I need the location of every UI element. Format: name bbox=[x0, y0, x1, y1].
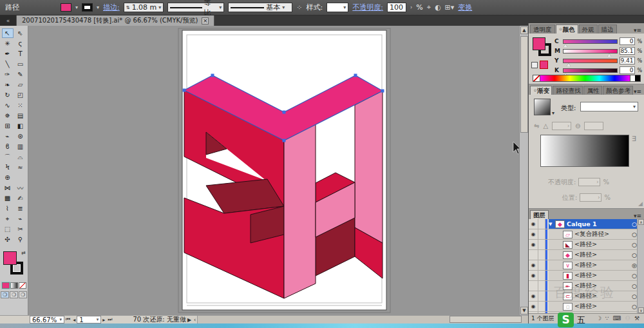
chevron-down-icon[interactable]: ▾ bbox=[97, 317, 99, 322]
horizontal-scroll-thumb[interactable] bbox=[450, 316, 522, 323]
color-mode-button[interactable] bbox=[2, 282, 10, 289]
layer-row-0[interactable]: ◉▼◆Calque 1○ bbox=[529, 219, 644, 229]
visibility-eye-icon[interactable]: ◉ bbox=[529, 219, 538, 229]
tool-7-b[interactable]: ⁙ bbox=[15, 101, 26, 110]
tab-layers[interactable]: 图层 bbox=[530, 210, 549, 219]
layer-thumbnail[interactable]: ◆ bbox=[555, 220, 565, 228]
panel-menu-icon[interactable]: ▾≡ bbox=[634, 27, 643, 34]
layer-name[interactable]: <路径> bbox=[574, 282, 630, 290]
tool-2-b[interactable]: T bbox=[15, 49, 26, 59]
panel-menu-icon[interactable]: ▾≡ bbox=[634, 88, 643, 95]
tool-14-a[interactable]: ⊕ bbox=[2, 173, 14, 182]
rainbow-spectrum[interactable] bbox=[540, 75, 630, 81]
visibility-eye-icon[interactable]: ◉ bbox=[529, 302, 538, 311]
layer-name[interactable]: <路径> bbox=[574, 302, 630, 311]
angle-input[interactable]: › bbox=[552, 122, 571, 130]
artboard-select[interactable]: 1 ▾ bbox=[77, 316, 101, 323]
zoom-select[interactable]: 66.67% ▾ bbox=[30, 316, 64, 323]
style-select[interactable]: ▾ bbox=[327, 3, 348, 12]
layer-row-8[interactable]: ◉▫<路径>○ bbox=[529, 302, 644, 312]
draw-behind-button[interactable]: ❍ bbox=[10, 291, 18, 298]
style-grid-icon[interactable]: ⁘ bbox=[296, 3, 302, 12]
vertical-scroll-thumb[interactable] bbox=[520, 36, 528, 133]
tool-13-b[interactable]: ≈ bbox=[15, 162, 26, 172]
first-artboard-icon[interactable]: ⏮ bbox=[64, 316, 71, 323]
tab-描边[interactable]: 描边 bbox=[598, 24, 617, 34]
opacity-input[interactable]: 100 bbox=[387, 3, 406, 12]
chevron-down-icon[interactable]: ▾ bbox=[59, 317, 62, 322]
tool-16-a[interactable]: ▩ bbox=[2, 193, 14, 203]
fill-indicator[interactable] bbox=[3, 251, 17, 265]
tool-19-a[interactable]: ⬚ bbox=[2, 224, 14, 234]
brush-select[interactable]: 基本 ▾ bbox=[228, 3, 292, 12]
layer-thumbnail[interactable]: ▫ bbox=[563, 303, 573, 311]
visibility-eye-icon[interactable]: ◉ bbox=[529, 271, 538, 280]
tool-13-a[interactable]: Ϟ bbox=[2, 162, 14, 172]
tool-1-b[interactable]: ς bbox=[15, 39, 26, 48]
layer-thumbnail[interactable]: ◣ bbox=[563, 241, 573, 249]
vertical-scrollbar[interactable]: ▲ ▼ bbox=[519, 26, 528, 315]
layer-thumbnail[interactable]: ▮ bbox=[563, 272, 573, 280]
chevron-down-icon[interactable]: ▾ bbox=[219, 5, 222, 10]
tool-17-b[interactable]: ≣ bbox=[15, 204, 26, 213]
layer-name[interactable]: Calque 1 bbox=[567, 220, 630, 227]
lock-toggle[interactable] bbox=[538, 271, 545, 280]
canvas-area[interactable] bbox=[28, 26, 519, 315]
tool-4-a[interactable]: ✑ bbox=[2, 70, 14, 79]
layer-name[interactable]: <路径> bbox=[574, 292, 630, 300]
layer-thumbnail[interactable]: ◆ bbox=[563, 251, 573, 259]
letterA-center-column[interactable] bbox=[284, 124, 316, 298]
scroll-down-icon[interactable]: ∨ bbox=[638, 307, 644, 313]
spinner-icon[interactable]: › bbox=[410, 5, 412, 10]
layer-row-4[interactable]: ◉∨<路径>◎ bbox=[529, 260, 644, 271]
tool-11-b[interactable]: ▥ bbox=[15, 142, 26, 151]
panel-menu-icon[interactable]: ▾≡ bbox=[634, 213, 643, 219]
gradient-slider-preview[interactable] bbox=[540, 135, 629, 167]
tool-12-a[interactable]: ⌒ bbox=[2, 152, 14, 162]
layer-row-2[interactable]: ◉◣<路径>○ bbox=[529, 240, 644, 250]
stroke-link[interactable]: 描边: bbox=[103, 3, 120, 12]
document-tab[interactable]: 20071020175430478 [转换].ai* @ 66.67% (CMY… bbox=[17, 15, 214, 26]
tool-5-a[interactable]: ❧ bbox=[2, 80, 14, 90]
black-swatch[interactable] bbox=[635, 75, 640, 81]
tool-9-b[interactable]: ◧ bbox=[15, 121, 26, 131]
gamut-warning-icon[interactable] bbox=[531, 62, 538, 68]
close-icon[interactable]: × bbox=[202, 17, 209, 24]
tab-路径查找[interactable]: 路径查找 bbox=[553, 86, 583, 95]
isolate-pointer-icon[interactable]: ⌖ bbox=[427, 3, 431, 12]
tool-10-a[interactable]: ⌁ bbox=[2, 131, 14, 141]
aspect-input[interactable] bbox=[584, 122, 603, 130]
last-artboard-icon[interactable]: ⏭ bbox=[106, 316, 113, 323]
lock-toggle[interactable] bbox=[538, 260, 545, 270]
tab-透明度[interactable]: 透明度 bbox=[530, 24, 555, 34]
letterA-right-column[interactable] bbox=[355, 91, 383, 243]
tool-0-a[interactable]: ↖ bbox=[2, 28, 14, 38]
layer-name[interactable]: <路径> bbox=[574, 271, 630, 280]
lock-toggle[interactable] bbox=[538, 229, 545, 239]
tool-20-b[interactable]: ⚲ bbox=[15, 235, 26, 244]
color-spectrum-bar[interactable] bbox=[533, 75, 641, 82]
tool-7-a[interactable]: ∿ bbox=[2, 101, 14, 110]
lock-toggle[interactable] bbox=[538, 291, 545, 301]
layer-thumbnail[interactable]: ⊂ bbox=[563, 293, 573, 300]
fill-color-swatch[interactable] bbox=[61, 3, 71, 12]
tool-19-b[interactable]: ✂ bbox=[15, 224, 26, 234]
dock-collapse-icon[interactable]: « bbox=[0, 15, 17, 26]
tool-1-a[interactable]: ✳ bbox=[2, 39, 14, 48]
tool-8-a[interactable]: ✵ bbox=[2, 111, 14, 121]
channel-value[interactable]: 9.41 bbox=[620, 57, 635, 64]
tool-17-a[interactable]: ⌇ bbox=[2, 204, 14, 213]
tool-20-a[interactable]: ✣ bbox=[2, 235, 14, 244]
visibility-eye-icon[interactable] bbox=[529, 281, 538, 291]
channel-value[interactable]: 0 bbox=[620, 66, 635, 74]
channel-slider[interactable] bbox=[563, 68, 618, 73]
layer-thumbnail[interactable]: ↞ bbox=[563, 282, 573, 290]
draw-normal-button[interactable]: ❍ bbox=[1, 291, 9, 298]
globe-icon[interactable]: ◐ bbox=[435, 3, 441, 12]
swap-fill-stroke-icon[interactable]: ⇄ bbox=[21, 250, 26, 256]
layer-row-5[interactable]: ◉▮<路径>○ bbox=[529, 271, 644, 281]
chevron-down-icon[interactable]: ▾ bbox=[158, 5, 161, 10]
tab-外观[interactable]: 外观 bbox=[579, 24, 598, 34]
layer-row-3[interactable]: ◆<路径>○ bbox=[529, 250, 644, 260]
scroll-up-icon[interactable]: ▲ bbox=[520, 26, 528, 34]
